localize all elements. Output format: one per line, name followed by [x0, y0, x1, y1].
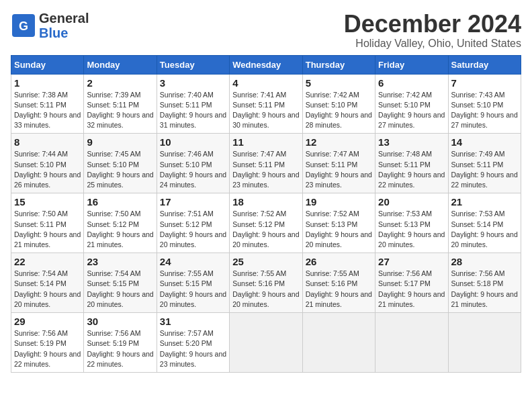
day-detail: Sunrise: 7:52 AMSunset: 5:12 PMDaylight:…	[232, 209, 299, 250]
calendar-week-row: 29Sunrise: 7:56 AMSunset: 5:19 PMDayligh…	[11, 313, 521, 373]
page-header: G General Blue December 2024 Holiday Val…	[11, 11, 521, 50]
calendar-cell: 14Sunrise: 7:49 AMSunset: 5:11 PMDayligh…	[448, 134, 521, 193]
day-number: 8	[14, 136, 81, 148]
day-detail: Sunrise: 7:40 AMSunset: 5:11 PMDaylight:…	[160, 90, 226, 131]
title-area: December 2024 Holiday Valley, Ohio, Unit…	[344, 11, 521, 50]
day-number: 2	[87, 77, 153, 89]
calendar-cell: 22Sunrise: 7:54 AMSunset: 5:14 PMDayligh…	[11, 253, 84, 313]
logo-subtext: Blue	[39, 26, 89, 40]
calendar-cell: 13Sunrise: 7:48 AMSunset: 5:11 PMDayligh…	[375, 134, 448, 193]
day-detail: Sunrise: 7:43 AMSunset: 5:10 PMDaylight:…	[451, 90, 518, 131]
calendar-cell: 30Sunrise: 7:56 AMSunset: 5:19 PMDayligh…	[84, 313, 157, 373]
calendar-cell: 5Sunrise: 7:42 AMSunset: 5:10 PMDaylight…	[302, 74, 375, 134]
calendar-cell	[302, 313, 375, 373]
header-wednesday: Wednesday	[230, 55, 302, 74]
calendar-week-row: 1Sunrise: 7:38 AMSunset: 5:11 PMDaylight…	[11, 74, 521, 134]
day-detail: Sunrise: 7:38 AMSunset: 5:11 PMDaylight:…	[14, 90, 81, 131]
day-number: 10	[160, 136, 226, 148]
day-detail: Sunrise: 7:48 AMSunset: 5:11 PMDaylight:…	[378, 149, 445, 190]
day-detail: Sunrise: 7:52 AMSunset: 5:13 PMDaylight:…	[306, 209, 372, 250]
day-detail: Sunrise: 7:57 AMSunset: 5:20 PMDaylight:…	[160, 328, 226, 369]
calendar-cell: 10Sunrise: 7:46 AMSunset: 5:10 PMDayligh…	[157, 134, 229, 193]
day-detail: Sunrise: 7:47 AMSunset: 5:11 PMDaylight:…	[232, 149, 299, 190]
day-number: 9	[87, 136, 153, 148]
day-detail: Sunrise: 7:56 AMSunset: 5:19 PMDaylight:…	[14, 328, 81, 369]
day-number: 3	[160, 77, 226, 89]
day-detail: Sunrise: 7:50 AMSunset: 5:12 PMDaylight:…	[87, 209, 153, 250]
day-number: 26	[306, 256, 372, 267]
month-title: December 2024	[344, 11, 521, 38]
calendar-header-row: Sunday Monday Tuesday Wednesday Thursday…	[11, 55, 521, 74]
calendar-cell: 17Sunrise: 7:51 AMSunset: 5:12 PMDayligh…	[157, 193, 229, 253]
calendar-cell: 3Sunrise: 7:40 AMSunset: 5:11 PMDaylight…	[157, 74, 229, 134]
day-number: 17	[160, 196, 226, 208]
calendar-cell: 18Sunrise: 7:52 AMSunset: 5:12 PMDayligh…	[230, 193, 302, 253]
day-number: 1	[14, 77, 81, 89]
calendar-cell: 9Sunrise: 7:45 AMSunset: 5:10 PMDaylight…	[84, 134, 157, 193]
header-thursday: Thursday	[302, 55, 375, 74]
calendar-cell: 2Sunrise: 7:39 AMSunset: 5:11 PMDaylight…	[84, 74, 157, 134]
day-detail: Sunrise: 7:56 AMSunset: 5:17 PMDaylight:…	[378, 269, 445, 310]
calendar-week-row: 8Sunrise: 7:44 AMSunset: 5:10 PMDaylight…	[11, 134, 521, 193]
day-detail: Sunrise: 7:42 AMSunset: 5:10 PMDaylight:…	[306, 90, 372, 131]
day-number: 28	[451, 256, 518, 267]
calendar-cell: 29Sunrise: 7:56 AMSunset: 5:19 PMDayligh…	[11, 313, 84, 373]
day-number: 7	[451, 77, 518, 89]
day-number: 11	[232, 136, 299, 148]
day-number: 29	[14, 316, 81, 327]
day-detail: Sunrise: 7:41 AMSunset: 5:11 PMDaylight:…	[232, 90, 299, 131]
calendar-cell: 27Sunrise: 7:56 AMSunset: 5:17 PMDayligh…	[375, 253, 448, 313]
day-detail: Sunrise: 7:49 AMSunset: 5:11 PMDaylight:…	[451, 149, 518, 190]
day-number: 6	[378, 77, 445, 89]
calendar-cell: 26Sunrise: 7:55 AMSunset: 5:16 PMDayligh…	[302, 253, 375, 313]
day-number: 24	[160, 256, 226, 267]
calendar-cell: 21Sunrise: 7:53 AMSunset: 5:14 PMDayligh…	[448, 193, 521, 253]
day-number: 30	[87, 316, 153, 327]
header-monday: Monday	[84, 55, 157, 74]
calendar-cell: 20Sunrise: 7:53 AMSunset: 5:13 PMDayligh…	[375, 193, 448, 253]
day-detail: Sunrise: 7:53 AMSunset: 5:14 PMDaylight:…	[451, 209, 518, 250]
header-sunday: Sunday	[11, 55, 84, 74]
day-number: 4	[232, 77, 299, 89]
calendar-cell: 12Sunrise: 7:47 AMSunset: 5:11 PMDayligh…	[302, 134, 375, 193]
day-detail: Sunrise: 7:51 AMSunset: 5:12 PMDaylight:…	[160, 209, 226, 250]
day-detail: Sunrise: 7:54 AMSunset: 5:15 PMDaylight:…	[87, 269, 153, 310]
header-tuesday: Tuesday	[157, 55, 229, 74]
day-detail: Sunrise: 7:50 AMSunset: 5:11 PMDaylight:…	[14, 209, 81, 250]
calendar-table: Sunday Monday Tuesday Wednesday Thursday…	[11, 55, 521, 373]
calendar-cell: 31Sunrise: 7:57 AMSunset: 5:20 PMDayligh…	[157, 313, 229, 373]
day-number: 18	[232, 196, 299, 208]
calendar-cell: 23Sunrise: 7:54 AMSunset: 5:15 PMDayligh…	[84, 253, 157, 313]
day-detail: Sunrise: 7:56 AMSunset: 5:19 PMDaylight:…	[87, 328, 153, 369]
day-number: 19	[306, 196, 372, 208]
header-saturday: Saturday	[448, 55, 521, 74]
calendar-cell: 11Sunrise: 7:47 AMSunset: 5:11 PMDayligh…	[230, 134, 302, 193]
day-number: 12	[306, 136, 372, 148]
logo: G General Blue	[11, 11, 89, 40]
calendar-week-row: 22Sunrise: 7:54 AMSunset: 5:14 PMDayligh…	[11, 253, 521, 313]
day-number: 27	[378, 256, 445, 267]
calendar-cell: 24Sunrise: 7:55 AMSunset: 5:15 PMDayligh…	[157, 253, 229, 313]
day-number: 22	[14, 256, 81, 267]
svg-text:G: G	[19, 19, 28, 33]
day-number: 14	[451, 136, 518, 148]
calendar-cell: 8Sunrise: 7:44 AMSunset: 5:10 PMDaylight…	[11, 134, 84, 193]
calendar-cell	[375, 313, 448, 373]
day-number: 13	[378, 136, 445, 148]
day-detail: Sunrise: 7:55 AMSunset: 5:16 PMDaylight:…	[232, 269, 299, 310]
day-detail: Sunrise: 7:55 AMSunset: 5:16 PMDaylight:…	[306, 269, 372, 310]
calendar-cell: 19Sunrise: 7:52 AMSunset: 5:13 PMDayligh…	[302, 193, 375, 253]
day-number: 31	[160, 316, 226, 327]
logo-text: General	[39, 11, 89, 26]
day-detail: Sunrise: 7:44 AMSunset: 5:10 PMDaylight:…	[14, 149, 81, 190]
calendar-week-row: 15Sunrise: 7:50 AMSunset: 5:11 PMDayligh…	[11, 193, 521, 253]
logo-icon: G	[11, 13, 36, 38]
calendar-cell: 6Sunrise: 7:42 AMSunset: 5:10 PMDaylight…	[375, 74, 448, 134]
day-detail: Sunrise: 7:46 AMSunset: 5:10 PMDaylight:…	[160, 149, 226, 190]
calendar-cell: 16Sunrise: 7:50 AMSunset: 5:12 PMDayligh…	[84, 193, 157, 253]
location: Holiday Valley, Ohio, United States	[344, 38, 521, 50]
calendar-cell: 7Sunrise: 7:43 AMSunset: 5:10 PMDaylight…	[448, 74, 521, 134]
day-number: 16	[87, 196, 153, 208]
day-detail: Sunrise: 7:55 AMSunset: 5:15 PMDaylight:…	[160, 269, 226, 310]
calendar-cell: 28Sunrise: 7:56 AMSunset: 5:18 PMDayligh…	[448, 253, 521, 313]
